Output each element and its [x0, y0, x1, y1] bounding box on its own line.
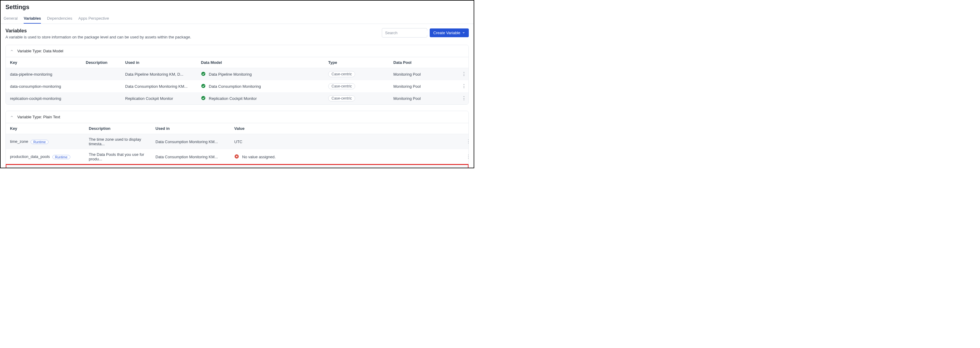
svg-point-2	[201, 72, 205, 76]
cell-value: No value assigned.	[235, 168, 462, 168]
table-row: replication-cockpit-monitoringReplicatio…	[6, 92, 468, 104]
runtime-pill: Runtime	[52, 155, 70, 159]
more-actions-icon[interactable]: ⋮	[461, 140, 469, 143]
cell-data-pool: Monitoring Pool	[393, 84, 457, 89]
col-data-model: Data Model	[201, 60, 328, 65]
panel-data-model: Variable Type: Data Model Key Descriptio…	[5, 45, 469, 105]
col-type: Type	[328, 60, 393, 65]
cell-used-in: Data Consumption Monitoring KM...	[125, 84, 201, 89]
type-pill: Case-centric	[328, 71, 355, 77]
panel-data-model-header[interactable]: Variable Type: Data Model	[6, 45, 468, 57]
cell-type: Case-centric	[328, 95, 393, 101]
col-description: Description	[86, 60, 125, 65]
chevron-down-icon	[10, 49, 14, 53]
cell-description: The Data Pools that you use for produ...	[89, 152, 156, 161]
check-circle-icon	[201, 71, 206, 77]
create-variable-button[interactable]: Create Variable	[430, 28, 469, 37]
page-title: Settings	[5, 4, 469, 11]
tabs-bar: General Variables Dependencies Apps Pers…	[1, 14, 474, 24]
more-actions-icon[interactable]: ⋮	[457, 97, 466, 100]
runtime-pill: Runtime	[30, 140, 48, 144]
cell-used-in: Data Consumption Monitoring KM...	[156, 155, 234, 159]
cell-value: UTC	[234, 139, 461, 144]
check-circle-icon	[201, 84, 206, 89]
highlight-frame: team_urlRuntimeThe URL of this EMS teamD…	[5, 164, 469, 168]
cell-key: data-pipeline-monitoring	[10, 72, 86, 77]
col-data-pool: Data Pool	[393, 60, 457, 65]
tab-apps-perspective[interactable]: Apps Perspective	[78, 14, 109, 24]
table-row: production_data_poolsRuntimeThe Data Poo…	[6, 149, 468, 165]
cell-used-in: Data Pipeline Monitoring KM, D...	[125, 72, 201, 77]
table-row: data-pipeline-monitoringData Pipeline Mo…	[6, 68, 468, 80]
table-header: Key Description Used in Value	[6, 123, 468, 134]
table-row: team_urlRuntimeThe URL of this EMS teamD…	[6, 165, 468, 168]
table-row: time_zoneRuntimeThe time zone used to di…	[6, 134, 468, 149]
cell-type: Case-centric	[328, 83, 393, 89]
cell-key: production_data_poolsRuntime	[10, 154, 89, 159]
panel-plain-text: Variable Type: Plain Text Key Descriptio…	[5, 111, 469, 168]
search-input[interactable]	[385, 30, 436, 35]
more-actions-icon[interactable]: ⋮	[461, 155, 469, 158]
type-pill: Case-centric	[328, 83, 355, 89]
col-description: Description	[89, 126, 156, 131]
panel-title: Variable Type: Plain Text	[17, 115, 60, 119]
panel-title: Variable Type: Data Model	[17, 49, 63, 53]
col-used-in: Used in	[156, 126, 234, 131]
table-header: Key Description Used in Data Model Type …	[6, 57, 468, 68]
type-pill: Case-centric	[328, 95, 355, 101]
cell-value: No value assigned.	[234, 154, 461, 160]
panel-plain-text-header[interactable]: Variable Type: Plain Text	[6, 111, 468, 123]
cell-data-model: Data Consumption Monitoring	[201, 84, 328, 89]
chevron-down-icon	[10, 115, 14, 119]
table-row: data-consumption-monitoringData Consumpt…	[6, 80, 468, 92]
more-actions-icon[interactable]: ⋮	[457, 85, 466, 88]
section-title: Variables	[5, 28, 191, 33]
tab-general[interactable]: General	[4, 14, 18, 24]
cell-data-pool: Monitoring Pool	[393, 72, 457, 77]
section-header: Variables A variable is used to store in…	[5, 28, 191, 40]
cell-key: time_zoneRuntime	[10, 139, 89, 144]
check-circle-icon	[201, 96, 206, 101]
tab-dependencies[interactable]: Dependencies	[47, 14, 72, 24]
cell-data-pool: Monitoring Pool	[393, 96, 457, 101]
search-input-wrapper[interactable]	[382, 28, 427, 38]
x-circle-icon	[234, 154, 239, 160]
more-actions-icon[interactable]: ⋮	[457, 73, 466, 76]
svg-point-3	[201, 84, 205, 88]
col-used-in: Used in	[125, 60, 201, 65]
x-circle-icon	[235, 168, 240, 168]
tab-variables[interactable]: Variables	[24, 14, 41, 24]
cell-key: data-consumption-monitoring	[10, 84, 86, 89]
cell-description: The time zone used to display timesta...	[89, 137, 156, 146]
section-description: A variable is used to store information …	[5, 35, 191, 40]
cell-key: replication-cockpit-monitoring	[10, 96, 86, 101]
cell-used-in: Data Consumption Monitoring KM...	[156, 139, 234, 144]
col-key: Key	[10, 60, 86, 65]
cell-data-model: Replication Cockpit Monitor	[201, 96, 328, 101]
col-value: Value	[234, 126, 461, 131]
cell-data-model: Data Pipeline Monitoring	[201, 71, 328, 77]
col-key: Key	[10, 126, 89, 131]
cell-type: Case-centric	[328, 71, 393, 77]
cell-used-in: Replication Cockpit Monitor	[125, 96, 201, 101]
create-variable-label: Create Variable	[433, 30, 460, 35]
chevron-down-icon	[462, 30, 465, 35]
svg-point-4	[201, 96, 205, 100]
